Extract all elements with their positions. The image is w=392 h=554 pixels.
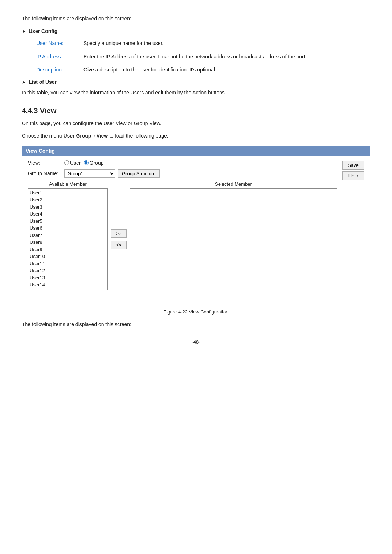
field-username-desc: Specify a unique name for the user. <box>83 39 370 47</box>
intro-displayed-text: The following items are displayed on thi… <box>22 15 370 22</box>
chapter-number: 4.4.3 <box>22 107 38 115</box>
remove-all-button[interactable]: << <box>111 241 127 249</box>
radio-user-label[interactable]: User <box>64 160 81 166</box>
footer-displayed-text: The following items are displayed on thi… <box>22 320 370 328</box>
chapter-body1: On this page, you can configure the User… <box>22 119 370 127</box>
available-member-item[interactable]: User15 <box>28 288 107 290</box>
transfer-buttons: >> << <box>108 188 130 290</box>
arrow-icon-2: ➤ <box>22 79 26 85</box>
field-description-name: Description: <box>36 66 83 74</box>
group-name-controls: Group1 Group Structure <box>64 169 160 178</box>
available-member-item[interactable]: User2 <box>28 196 107 204</box>
available-member-item[interactable]: User7 <box>28 232 107 239</box>
available-member-item[interactable]: User11 <box>28 260 107 267</box>
radio-group-label[interactable]: Group <box>84 160 104 166</box>
available-member-item[interactable]: User1 <box>28 189 107 197</box>
view-config-header: View Config <box>22 146 370 156</box>
menu-instruction-path: User Group→View <box>63 133 108 139</box>
field-ip: IP Address: Enter the IP Address of the … <box>36 53 370 61</box>
figure-caption: Figure 4-22 View Configuration <box>22 309 370 315</box>
available-member-item[interactable]: User9 <box>28 246 107 253</box>
section-list-of-user: ➤ List of User <box>22 79 370 85</box>
selected-member-header: Selected Member <box>130 181 337 187</box>
config-fields: View: User Group Group Name: <box>28 160 337 290</box>
menu-instruction: Choose the menu User Group→View to load … <box>22 132 370 140</box>
chapter-heading: 4.4.3 View <box>22 107 370 115</box>
members-headers: Available Member Selected Member <box>28 181 337 187</box>
field-ip-name: IP Address: <box>36 53 83 61</box>
radio-user[interactable] <box>64 160 69 165</box>
save-button[interactable]: Save <box>342 161 364 170</box>
page-number: -48- <box>22 339 370 345</box>
field-username-name: User Name: <box>36 39 83 47</box>
available-member-header: Available Member <box>28 181 108 187</box>
action-buttons: Save Help <box>342 160 364 180</box>
field-username: User Name: Specify a unique name for the… <box>36 39 370 47</box>
radio-group[interactable] <box>84 160 89 165</box>
selected-member-list[interactable] <box>130 188 337 290</box>
field-description-desc: Give a description to the user for ident… <box>83 66 370 74</box>
group-name-label: Group Name: <box>28 171 64 176</box>
field-ip-desc: Enter the IP Address of the user. It can… <box>83 53 370 61</box>
available-member-item[interactable]: User3 <box>28 204 107 211</box>
available-member-item[interactable]: User14 <box>28 281 107 288</box>
group-structure-button[interactable]: Group Structure <box>118 169 160 178</box>
view-radio-group: User Group <box>64 160 103 166</box>
available-member-item[interactable]: User6 <box>28 225 107 232</box>
radio-user-text: User <box>70 160 81 166</box>
chapter-title: View <box>40 107 56 115</box>
available-member-item[interactable]: User5 <box>28 218 107 225</box>
list-of-user-text: In this table, you can view the informat… <box>22 89 370 97</box>
help-button[interactable]: Help <box>342 171 364 180</box>
members-section: Available Member Selected Member User1Us… <box>28 181 337 290</box>
radio-group-text: Group <box>90 160 104 166</box>
group-name-select[interactable]: Group1 <box>64 169 115 178</box>
arrow-icon: ➤ <box>22 29 26 34</box>
section-user-config-label: User Config <box>29 28 57 34</box>
available-member-item[interactable]: User12 <box>28 267 107 274</box>
view-label: View: <box>28 160 64 166</box>
members-body: User1User2User3User4User5User6User7User8… <box>28 188 337 290</box>
view-config-body: View: User Group Group Name: <box>22 156 370 296</box>
available-member-item[interactable]: User4 <box>28 210 107 218</box>
available-member-list[interactable]: User1User2User3User4User5User6User7User8… <box>28 188 108 290</box>
view-config-panel: View Config View: User Group <box>22 146 370 296</box>
view-row: View: User Group <box>28 160 337 166</box>
menu-instruction-prefix: Choose the menu <box>22 133 63 139</box>
available-member-item[interactable]: User10 <box>28 253 107 260</box>
figure-divider <box>22 305 370 305</box>
group-name-row: Group Name: Group1 Group Structure <box>28 169 337 178</box>
section-user-config: ➤ User Config <box>22 28 370 34</box>
add-all-button[interactable]: >> <box>111 229 127 238</box>
field-description: Description: Give a description to the u… <box>36 66 370 74</box>
available-member-item[interactable]: User13 <box>28 274 107 282</box>
available-member-item[interactable]: User8 <box>28 239 107 246</box>
section-list-of-user-label: List of User <box>29 79 57 85</box>
menu-instruction-suffix: to load the following page. <box>108 133 168 139</box>
